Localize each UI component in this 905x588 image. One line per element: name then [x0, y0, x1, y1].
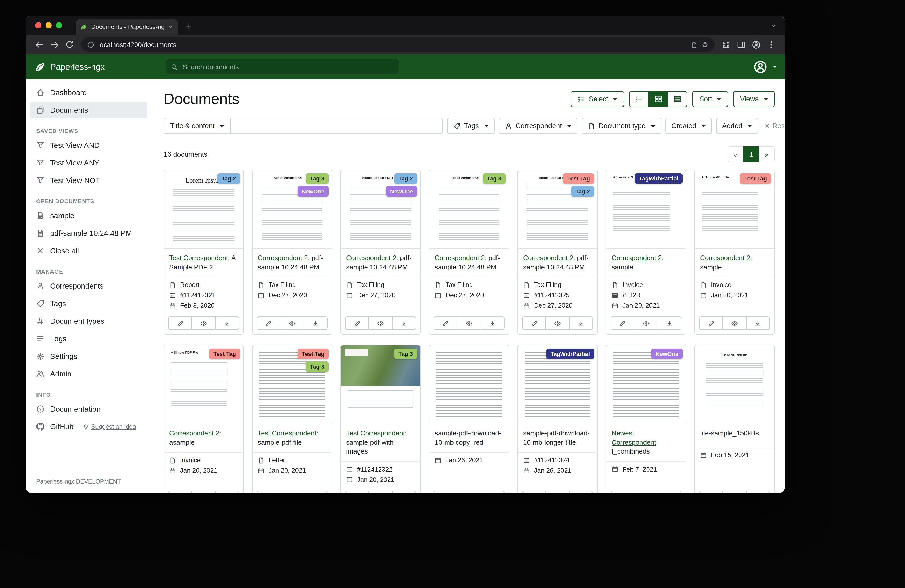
- sidebar-item-pdf-sample-10-24-48-pm[interactable]: pdf-sample 10.24.48 PM: [30, 225, 148, 241]
- zoom-window-button[interactable]: [56, 22, 62, 29]
- tag-badge-tag-2[interactable]: Tag 2: [571, 186, 594, 197]
- views-button[interactable]: Views: [733, 91, 775, 107]
- card-title[interactable]: Test Correspondent: A Sample PDF 2: [164, 249, 243, 277]
- card-correspondent-link[interactable]: Correspondent 2: [700, 254, 750, 262]
- edit-button[interactable]: [345, 491, 369, 493]
- tag-badge-tag-3[interactable]: Tag 3: [306, 173, 329, 184]
- card-title[interactable]: sample-pdf-download-10-mb-longer-title: [518, 424, 597, 453]
- site-info-icon[interactable]: [87, 41, 94, 48]
- card-thumbnail[interactable]: Lorem ipsum: [695, 346, 774, 424]
- card-correspondent-link[interactable]: Test Correspondent: [258, 429, 316, 437]
- select-button[interactable]: Select: [571, 91, 624, 107]
- card-title[interactable]: Correspondent 2: asample: [164, 424, 243, 453]
- download-button[interactable]: [392, 317, 416, 330]
- card-title[interactable]: Correspondent 2: pdf-sample 10.24.48 PM: [252, 249, 332, 277]
- card-title[interactable]: Correspondent 2: pdf-sample 10.24.48 PM: [429, 249, 509, 277]
- card-title[interactable]: Correspondent 2: sample: [607, 249, 686, 277]
- next-page-button[interactable]: »: [759, 146, 775, 162]
- sidebar-item-test-view-any[interactable]: Test View ANY: [30, 155, 148, 171]
- sidebar-item-dashboard[interactable]: Dashboard: [30, 84, 148, 101]
- download-button[interactable]: [303, 317, 327, 330]
- sidebar-item-close-all[interactable]: Close all: [30, 242, 148, 259]
- created-filter-button[interactable]: Created: [665, 118, 712, 134]
- tag-badge-test-tag[interactable]: Test Tag: [563, 173, 594, 184]
- view-button[interactable]: [722, 317, 747, 330]
- user-menu[interactable]: [753, 60, 777, 74]
- download-button[interactable]: [657, 491, 681, 493]
- tag-badge-test-tag[interactable]: Test Tag: [209, 349, 240, 359]
- tag-badge-newone[interactable]: NewOne: [386, 186, 417, 197]
- card-title[interactable]: sample-pdf-download-10-mb copy_red: [429, 424, 509, 453]
- sidebar-item-document-types[interactable]: Document types: [30, 313, 148, 330]
- card-title[interactable]: Test Correspondent: sample-pdf-with-imag…: [341, 424, 420, 461]
- app-brand[interactable]: Paperless-ngx: [26, 61, 150, 72]
- tag-badge-tag-3[interactable]: Tag 3: [394, 349, 417, 359]
- card-title[interactable]: Correspondent 2: sample: [695, 249, 774, 277]
- view-button[interactable]: [192, 491, 216, 493]
- view-button[interactable]: [546, 491, 570, 493]
- sidebar-item-settings[interactable]: Settings: [30, 348, 148, 365]
- extensions-icon[interactable]: [722, 40, 730, 49]
- sidebar-item-test-view-and[interactable]: Test View AND: [30, 137, 148, 154]
- document-type-filter-button[interactable]: Document type: [582, 118, 661, 134]
- edit-button[interactable]: [257, 317, 281, 330]
- card-title[interactable]: Test Correspondent: sample-pdf-file: [252, 424, 332, 453]
- tag-badge-tag-2[interactable]: Tag 2: [394, 173, 417, 184]
- share-icon[interactable]: [691, 41, 697, 48]
- card-correspondent-link[interactable]: Newest Correspondent: [611, 429, 656, 446]
- sidebar-item-documents[interactable]: Documents: [30, 102, 148, 119]
- tag-badge-newone[interactable]: NewOne: [297, 186, 329, 197]
- download-button[interactable]: [215, 317, 239, 330]
- suggest-an-idea-link[interactable]: Suggest an idea: [83, 423, 136, 430]
- edit-button[interactable]: [522, 317, 546, 330]
- current-page-button[interactable]: 1: [743, 146, 759, 162]
- view-detail-button[interactable]: [668, 91, 687, 107]
- view-button[interactable]: [634, 317, 658, 330]
- card-correspondent-link[interactable]: Correspondent 2: [523, 254, 573, 262]
- reload-button[interactable]: [65, 40, 74, 49]
- view-button[interactable]: [457, 317, 481, 330]
- view-button[interactable]: [192, 317, 216, 330]
- view-button[interactable]: [634, 491, 658, 493]
- view-button[interactable]: [546, 317, 570, 330]
- edit-button[interactable]: [699, 317, 723, 330]
- download-button[interactable]: [480, 491, 505, 493]
- tag-badge-tag-3[interactable]: Tag 3: [483, 173, 505, 184]
- tag-badge-test-tag[interactable]: Test Tag: [740, 173, 771, 184]
- edit-button[interactable]: [522, 491, 546, 493]
- view-button[interactable]: [457, 491, 481, 493]
- title-content-dropdown[interactable]: Title & content: [164, 118, 231, 134]
- edit-button[interactable]: [699, 491, 723, 493]
- sidebar-item-correspondents[interactable]: Correspondents: [30, 278, 148, 294]
- download-button[interactable]: [746, 491, 770, 493]
- sidebar-item-test-view-not[interactable]: Test View NOT: [30, 172, 148, 189]
- card-correspondent-link[interactable]: Correspondent 2: [169, 429, 219, 437]
- download-button[interactable]: [569, 491, 593, 493]
- card-correspondent-link[interactable]: Correspondent 2: [258, 254, 308, 262]
- tab-close-icon[interactable]: [168, 24, 173, 30]
- card-correspondent-link[interactable]: Test Correspondent: [346, 429, 405, 437]
- tag-badge-tagwithpartial[interactable]: TagWithPartial: [635, 173, 683, 184]
- browser-profile-icon[interactable]: [752, 40, 761, 49]
- view-grid-button[interactable]: [649, 91, 668, 107]
- card-title[interactable]: file-sample_150kBs: [695, 424, 774, 447]
- forward-button[interactable]: [50, 40, 59, 49]
- edit-button[interactable]: [345, 317, 369, 330]
- download-button[interactable]: [746, 317, 770, 330]
- sidebar-item-logs[interactable]: Logs: [30, 330, 148, 347]
- close-window-button[interactable]: [35, 22, 41, 29]
- edit-button[interactable]: [433, 491, 458, 493]
- card-title[interactable]: Correspondent 2: pdf-sample 10.24.48 PM: [518, 249, 597, 277]
- card-title[interactable]: Correspondent 2: pdf-sample 10.24.48 PM: [341, 249, 420, 277]
- view-button[interactable]: [369, 317, 393, 330]
- download-button[interactable]: [392, 491, 416, 493]
- download-button[interactable]: [569, 317, 593, 330]
- tags-filter-button[interactable]: Tags: [447, 118, 494, 134]
- sidebar-item-tags[interactable]: Tags: [30, 295, 148, 312]
- edit-button[interactable]: [611, 317, 635, 330]
- browser-tab[interactable]: Documents - Paperless-ngx: [76, 19, 178, 35]
- view-button[interactable]: [369, 491, 393, 493]
- tag-badge-tag-2[interactable]: Tag 2: [218, 173, 240, 184]
- correspondent-filter-button[interactable]: Correspondent: [499, 118, 578, 134]
- view-button[interactable]: [280, 317, 304, 330]
